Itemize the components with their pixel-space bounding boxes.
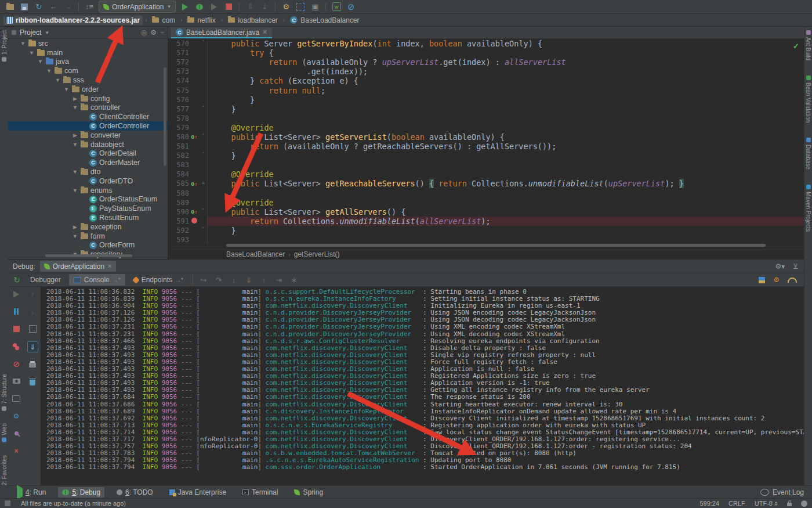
tree-chevron-icon[interactable]: ▼ bbox=[20, 41, 26, 46]
tree-row-orderdto[interactable]: COrderDTO bbox=[8, 176, 168, 186]
pause-icon[interactable] bbox=[12, 307, 21, 316]
code-line-574[interactable]: 574 } catch (Exception e) { bbox=[168, 76, 804, 85]
toolwindow-toggle-icon[interactable] bbox=[5, 500, 10, 506]
attach-debugger-icon[interactable]: ⇩ bbox=[245, 2, 255, 12]
gauge-icon[interactable] bbox=[788, 278, 797, 283]
code-line-579[interactable]: 579 @Override bbox=[168, 123, 804, 132]
resume-icon[interactable] bbox=[12, 289, 21, 299]
close-icon[interactable]: ✕ bbox=[262, 28, 267, 36]
code-line-580[interactable]: 580o↑ˇ public List<Server> getServerList… bbox=[168, 132, 804, 142]
tree-chevron-icon[interactable]: ▼ bbox=[72, 142, 78, 147]
tab-console[interactable]: Console →* bbox=[69, 274, 125, 286]
breakpoint-icon[interactable] bbox=[191, 218, 197, 224]
open-icon[interactable] bbox=[5, 2, 15, 12]
tree-chevron-icon[interactable]: ▼ bbox=[37, 59, 44, 64]
tree-row-dto[interactable]: ▼dto bbox=[8, 167, 168, 176]
code-line-591[interactable]: 591 return Collections.unmodifiableList(… bbox=[168, 217, 804, 226]
code-line-582[interactable]: 582ˆ } bbox=[168, 151, 804, 160]
tree-row-paystatusenum[interactable]: EPayStatusEnum bbox=[8, 204, 168, 213]
collapse-all-icon[interactable]: − bbox=[160, 28, 164, 37]
fold-marker-icon[interactable]: ˇ bbox=[200, 207, 208, 217]
evaluate-expression-icon[interactable]: ∗ bbox=[288, 276, 300, 284]
tree-row-java[interactable]: ▼java bbox=[8, 57, 168, 67]
tree-chevron-icon[interactable]: ▼ bbox=[46, 68, 52, 74]
force-step-into-icon[interactable]: ⇓ bbox=[243, 276, 255, 284]
event-log-button[interactable]: Event Log bbox=[760, 488, 804, 496]
show-execution-point-icon[interactable]: ↪ bbox=[198, 276, 209, 284]
code-line-581[interactable]: 581 return (availableOnly ? getReachable… bbox=[168, 142, 804, 151]
mute-breakpoints-icon[interactable]: ⊘ bbox=[12, 359, 21, 369]
debug-button[interactable] bbox=[194, 2, 205, 12]
tree-chevron-icon[interactable]: ▼ bbox=[72, 105, 78, 110]
tree-row-main[interactable]: ▼main bbox=[8, 48, 168, 57]
fold-marker-icon[interactable]: ˇ bbox=[200, 39, 208, 48]
code-line-570[interactable]: 570ˇ public Server getServerByIndex(int … bbox=[168, 39, 804, 48]
close-icon[interactable]: ✕ bbox=[107, 263, 112, 269]
code-line-588[interactable]: 588 bbox=[168, 189, 804, 198]
layout-editor-icon[interactable] bbox=[759, 277, 765, 283]
hotswap-icon[interactable]: ⚙ bbox=[773, 276, 780, 284]
rerun-icon[interactable]: ↻ bbox=[12, 275, 22, 285]
coverage-button[interactable] bbox=[209, 2, 219, 12]
tree-chevron-icon[interactable]: ▼ bbox=[55, 77, 61, 83]
debug-session-tab[interactable]: OrderApplication ✕ bbox=[40, 261, 117, 272]
back-icon[interactable]: ← bbox=[48, 2, 59, 12]
dump-threads-icon[interactable]: ⇣ bbox=[259, 2, 270, 12]
tree-row-dataobject[interactable]: ▼dataobject bbox=[8, 140, 168, 149]
tree-chevron-icon[interactable]: ▶ bbox=[72, 132, 78, 138]
tree-row-com[interactable]: ▼com bbox=[8, 66, 168, 75]
code-line-584[interactable]: 584 @Override bbox=[168, 170, 804, 179]
code-line-583[interactable]: 583 bbox=[168, 160, 804, 170]
tree-row-converter[interactable]: ▶converter bbox=[8, 131, 168, 140]
tree-row-src[interactable]: ▼src bbox=[8, 39, 168, 48]
tree-row-ordermaster[interactable]: COrderMaster bbox=[8, 158, 168, 167]
code-line-589[interactable]: 589 @Override bbox=[168, 198, 804, 207]
build-wrench-icon[interactable]: ⚙ bbox=[281, 2, 291, 12]
tree-row-exception[interactable]: ▶exception bbox=[8, 222, 168, 232]
no-entry-icon[interactable]: ⊘ bbox=[346, 2, 356, 12]
run-button[interactable] bbox=[180, 2, 190, 12]
breadcrumb-class[interactable]: BaseLoadBalancer bbox=[226, 250, 285, 258]
toolwindow-project-button[interactable]: 1: Project bbox=[1, 30, 8, 62]
run-configuration-select[interactable]: OrderApplication ▼ bbox=[99, 1, 176, 13]
line-ending[interactable]: CRLF bbox=[728, 500, 745, 507]
inspection-ok-icon[interactable]: ✓ bbox=[793, 42, 799, 51]
code-line-572[interactable]: 572 return (availableOnly ? upServerList… bbox=[168, 57, 804, 67]
tree-chevron-icon[interactable]: ▼ bbox=[63, 87, 70, 92]
breadcrumb-method[interactable]: getServerList() bbox=[294, 250, 340, 258]
inspections-profile-icon[interactable] bbox=[801, 500, 807, 507]
run-to-cursor-icon[interactable]: ⇥ bbox=[273, 276, 285, 284]
tree-row-form[interactable]: ▼form bbox=[8, 232, 168, 241]
encoding-select[interactable]: UTF-8 bbox=[755, 500, 778, 507]
breadcrumb-com[interactable]: com bbox=[149, 16, 178, 25]
forward-icon[interactable]: → bbox=[63, 2, 73, 12]
translation-icon[interactable]: w bbox=[331, 2, 342, 12]
code-line-577[interactable]: 577ˆ } bbox=[168, 105, 804, 114]
toolwindow-button-database[interactable]: Database bbox=[805, 138, 811, 170]
tree-row-sss[interactable]: ▼sss bbox=[8, 75, 168, 85]
stop-icon[interactable] bbox=[12, 324, 21, 334]
tab-debugger[interactable]: Debugger bbox=[26, 274, 66, 286]
toolwindow-button-spring[interactable]: Spring bbox=[290, 487, 327, 498]
close-icon[interactable]: × bbox=[12, 446, 21, 456]
code-line-576[interactable]: 576 } bbox=[168, 95, 804, 105]
scroll-to-end-icon[interactable]: ⇓ bbox=[27, 341, 38, 352]
tree-chevron-icon[interactable]: ▶ bbox=[72, 96, 78, 102]
toolwindow-button-java-enterprise[interactable]: Java Enterprise bbox=[165, 487, 230, 498]
update-app-icon[interactable]: ▣ bbox=[310, 2, 320, 12]
code-line-578[interactable]: 578 bbox=[168, 114, 804, 123]
code-line-571[interactable]: 571 try { bbox=[168, 48, 804, 57]
breadcrumb-baseloadbalancer[interactable]: CBaseLoadBalancer bbox=[287, 16, 362, 25]
lock-icon[interactable] bbox=[787, 503, 792, 506]
save-all-icon[interactable] bbox=[19, 2, 30, 12]
tree-row-resultenum[interactable]: EResultEnum bbox=[8, 213, 168, 222]
code-line-590[interactable]: 590o↑ˇ public List<Server> getAllServers… bbox=[168, 207, 804, 217]
print-icon[interactable] bbox=[28, 360, 38, 370]
stop-button[interactable] bbox=[223, 2, 234, 12]
tree-row-ordercontroller[interactable]: COrderController bbox=[8, 121, 168, 131]
down-stack-icon[interactable]: ↓ bbox=[28, 307, 38, 316]
tree-vscrollbar[interactable] bbox=[164, 67, 166, 166]
gear-icon[interactable]: ⚙ bbox=[150, 28, 157, 37]
toolwindow-button-6-todo[interactable]: 6: TODO bbox=[113, 487, 157, 498]
code-line-575[interactable]: 575 return null; bbox=[168, 85, 804, 95]
